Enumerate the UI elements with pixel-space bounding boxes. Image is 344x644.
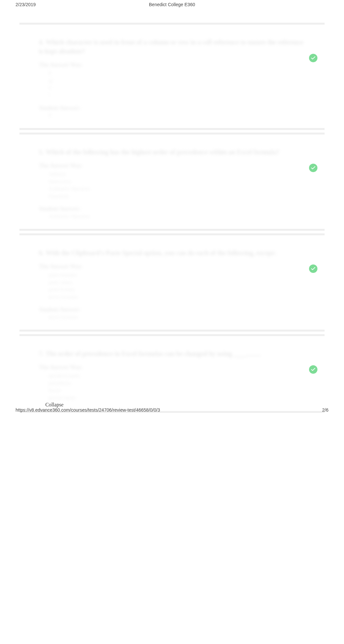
check-icon bbox=[309, 365, 317, 374]
footer-pagenum: 2/6 bbox=[322, 407, 328, 413]
answer-options: paste formulas paste values paste format… bbox=[49, 271, 305, 300]
blurred-content: 4.Which character is used in front of a … bbox=[39, 38, 305, 118]
question-card: 5.Which of the following has the highest… bbox=[19, 133, 325, 231]
print-header: 2/23/2019 Benedict College E360 bbox=[0, 2, 344, 7]
list-item: paste values bbox=[49, 279, 305, 286]
collapse-button[interactable]: Collapse bbox=[45, 402, 63, 408]
student-answer-label: Student Answer: bbox=[39, 205, 305, 212]
list-item: Exponents bbox=[49, 193, 305, 200]
answer-was-label: The Answer Was: bbox=[39, 263, 305, 270]
question-text: 6.With the Clipboard's Paste Special opt… bbox=[39, 248, 305, 257]
question-card: 4.Which character is used in front of a … bbox=[19, 23, 325, 130]
check-icon bbox=[309, 264, 317, 273]
list-item: paste formats bbox=[49, 286, 305, 293]
question-text: 4.Which character is used in front of a … bbox=[39, 38, 305, 56]
check-icon bbox=[309, 164, 317, 172]
list-item: # bbox=[49, 84, 305, 92]
list-item: Subtraction bbox=[49, 178, 305, 185]
list-item: @ bbox=[49, 77, 305, 85]
answer-options: $ @ # ! bbox=[49, 70, 305, 99]
question-text: 5.Which of the following has the highest… bbox=[39, 147, 305, 157]
question-text: 7.The order of precedence in Excel formu… bbox=[39, 349, 305, 358]
list-item: ! bbox=[49, 92, 305, 99]
question-card: 6.With the Clipboard's Paste Special opt… bbox=[19, 233, 325, 332]
question-card: 7.The order of precedence in Excel formu… bbox=[19, 334, 325, 413]
list-item: Arithmetic Operators bbox=[49, 185, 305, 193]
list-item: Addition bbox=[49, 170, 305, 178]
question-number: 6. bbox=[39, 248, 44, 257]
question-number: 7. bbox=[39, 349, 44, 358]
content-area: 4.Which character is used in front of a … bbox=[0, 0, 344, 413]
list-item: paste formulas bbox=[49, 271, 305, 279]
student-answer: $ bbox=[49, 113, 305, 118]
footer-url: https://v8.edvance360.com/courses/tests/… bbox=[16, 407, 160, 413]
answer-was-label: The Answer Was: bbox=[39, 162, 305, 169]
blurred-content: 7.The order of precedence in Excel formu… bbox=[39, 349, 305, 401]
print-title: Benedict College E360 bbox=[0, 2, 344, 7]
student-answer-label: Student Answer: bbox=[39, 306, 305, 313]
student-answer: Arithmetic Operators bbox=[49, 214, 305, 219]
answer-options: quotation marks parentheses braces perce… bbox=[49, 372, 305, 401]
question-number: 5. bbox=[39, 147, 44, 157]
blank-underline bbox=[248, 356, 261, 356]
blurred-content: 5.Which of the following has the highest… bbox=[39, 147, 305, 219]
list-item: braces bbox=[49, 387, 305, 394]
list-item: quotation marks bbox=[49, 372, 305, 380]
list-item: $ bbox=[49, 70, 305, 77]
blurred-content: 6.With the Clipboard's Paste Special opt… bbox=[39, 248, 305, 320]
check-icon bbox=[309, 54, 317, 62]
print-date: 2/23/2019 bbox=[16, 2, 36, 7]
list-item: percent marks bbox=[49, 394, 305, 402]
list-item: move formulas bbox=[49, 293, 305, 301]
student-answer-label: Student Answer: bbox=[39, 105, 305, 111]
question-number: 4. bbox=[39, 38, 44, 47]
answer-options: Addition Subtraction Arithmetic Operator… bbox=[49, 170, 305, 200]
answer-was-label: The Answer Was: bbox=[39, 364, 305, 371]
list-item: parentheses bbox=[49, 380, 305, 387]
answer-was-label: The Answer Was: bbox=[39, 62, 305, 68]
student-answer: move formulas bbox=[49, 314, 305, 320]
